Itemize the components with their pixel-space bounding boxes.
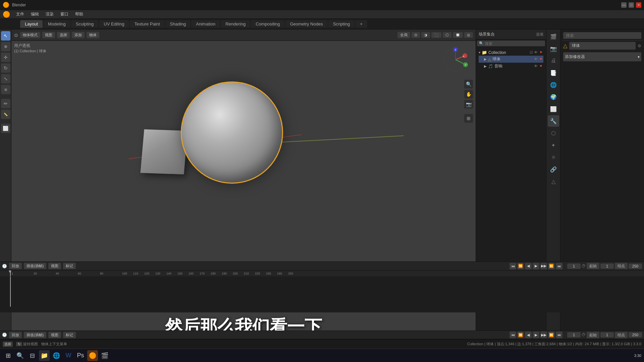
tl2-step-back[interactable]: ◀ (525, 331, 532, 338)
blender-taskbar-button[interactable]: 🟠 (87, 350, 98, 361)
status-context[interactable]: 物体上下文菜单 (41, 342, 67, 347)
viewport-shading-button[interactable]: ◑ (421, 32, 430, 38)
prop-data-icon[interactable]: △ (548, 176, 559, 187)
tab-rendering[interactable]: Rendering (221, 20, 250, 28)
next-keyframe-button[interactable]: ⏩ (548, 263, 555, 269)
tl-view-button[interactable]: 视图 (48, 263, 61, 269)
playback-button[interactable]: 回放 (9, 263, 22, 269)
tl2-play[interactable]: ▶ (533, 331, 539, 338)
tab-scripting[interactable]: Scripting (328, 20, 355, 28)
add-cube-tool[interactable]: ⬜ (1, 124, 10, 133)
measure-tool[interactable]: 📏 (1, 110, 10, 119)
sphere-eye[interactable]: 👁 (534, 57, 538, 61)
prop-render-icon[interactable]: 📷 (548, 43, 559, 54)
cursor-tool[interactable]: ⊕ (1, 42, 10, 51)
search-button[interactable]: 🔍 (15, 350, 25, 361)
transform-tool[interactable]: ⊞ (1, 85, 10, 94)
render-render-button[interactable]: 🔲 (453, 32, 463, 38)
timeline-content[interactable] (0, 277, 644, 307)
collection-restrict-icon[interactable]: 🔻 (539, 50, 543, 55)
prop-view-layer-icon[interactable]: 📑 (548, 67, 559, 78)
prop-scene-data-icon[interactable]: 🌐 (548, 79, 559, 90)
play-button[interactable]: ▶ (533, 263, 539, 269)
tab-uv-editing[interactable]: UV Editing (99, 20, 129, 28)
viewport-overlay-button[interactable]: ⊙ (412, 32, 420, 38)
menu-window[interactable]: 窗口 (58, 11, 71, 18)
task-view-button[interactable]: ⊟ (27, 350, 38, 361)
prop-particles-icon[interactable]: ✦ (548, 139, 559, 151)
prop-material-icon[interactable]: ⬡ (548, 127, 559, 139)
status-rotate-view[interactable]: ↻ 旋转视图 (16, 342, 38, 347)
jump-end-button[interactable]: ⏭ (556, 263, 562, 269)
tl2-current-frame[interactable]: 1 (567, 332, 581, 338)
jump-start-button[interactable]: ⏮ (509, 263, 516, 269)
tl2-end-input[interactable]: 250 (629, 332, 642, 338)
select-menu-button[interactable]: 选择 (57, 32, 70, 38)
prop-world-icon[interactable]: 🌍 (548, 91, 559, 103)
object-name-label[interactable]: 球体 (569, 42, 636, 50)
menu-render[interactable]: 渲染 (43, 11, 56, 18)
prop-physics-icon[interactable]: ⚛ (548, 152, 559, 163)
object-mode-button[interactable]: 物体模式 (20, 32, 40, 38)
start-frame-input[interactable]: 1 (600, 263, 614, 269)
tl2-marker-button[interactable]: 标记 (63, 332, 76, 338)
tab-shading[interactable]: Shading (165, 20, 191, 28)
global-button[interactable]: 全局 (397, 32, 410, 38)
grid-view-button[interactable]: ⊞ (464, 114, 473, 123)
annotate-tool[interactable]: ✏ (1, 99, 10, 108)
tl2-jump-end[interactable]: ⏭ (556, 331, 562, 338)
tl2-next-key[interactable]: ⏩ (548, 331, 555, 338)
xray-button[interactable]: ◎ (464, 32, 473, 38)
collection-expand-arrow[interactable]: ▾ (479, 51, 480, 54)
tab-add[interactable]: + (355, 20, 367, 28)
camera-button[interactable]: 📷 (464, 100, 473, 109)
end-frame-input[interactable]: 250 (629, 263, 642, 269)
sphere-row[interactable]: ▶ △ 球体 👁 🔻 (479, 56, 543, 63)
add-modifier-button[interactable]: 添加修改器 ▾ (563, 52, 641, 61)
tl2-playback-button[interactable]: 回放 (9, 332, 22, 338)
collection-eye-icon[interactable]: 👁 (534, 50, 538, 55)
step-back-button[interactable]: ◀ (525, 263, 532, 269)
prop-object-icon[interactable]: ⬜ (548, 103, 559, 115)
tab-sculpting[interactable]: Sculpting (71, 20, 98, 28)
camera-eye[interactable]: 👁 (534, 64, 538, 68)
photoshop-button[interactable]: Ps (75, 350, 86, 361)
tl2-view-button[interactable]: 视图 (48, 332, 61, 338)
prop-constraints-icon[interactable]: 🔗 (548, 164, 559, 175)
start-button[interactable]: ⊞ (3, 350, 13, 361)
prop-scene-icon[interactable]: 🎬 (548, 31, 559, 42)
tl2-step-fwd[interactable]: ▶▶ (540, 331, 547, 338)
camera-restrict[interactable]: 🔻 (539, 64, 543, 68)
interpolation-button[interactable]: 插值(插帧) (24, 263, 46, 269)
render-material-button[interactable]: ⬡ (443, 32, 451, 38)
collection-root-row[interactable]: ▾ 📁 Collection ☑ 👁 🔻 (479, 49, 543, 56)
sphere-expand[interactable]: ▶ (484, 57, 487, 61)
maximize-button[interactable]: □ (629, 2, 634, 8)
status-select[interactable]: 选择 (3, 342, 13, 347)
view-menu-button[interactable]: 视图 (42, 32, 55, 38)
prev-keyframe-button[interactable]: ⏪ (517, 263, 524, 269)
prop-output-icon[interactable]: 🖨 (548, 55, 559, 66)
nav-gizmo[interactable]: X Y Z (442, 46, 469, 73)
object-options-icon[interactable]: ⚙ (638, 44, 641, 48)
step-forward-button[interactable]: ▶▶ (540, 263, 547, 269)
tab-animation[interactable]: Animation (191, 20, 220, 28)
tab-texture-paint[interactable]: Texture Paint (130, 20, 165, 28)
render-solid-button[interactable]: ⬛ (431, 32, 441, 38)
tl2-jump-start[interactable]: ⏮ (509, 331, 516, 338)
rotate-tool[interactable]: ↻ (1, 63, 10, 73)
close-button[interactable]: ✕ (636, 2, 641, 8)
options-button[interactable]: 选项 (536, 32, 543, 37)
tab-geometry-nodes[interactable]: Geometry Nodes (285, 20, 327, 28)
props-search-input[interactable] (563, 32, 641, 39)
camera-row[interactable]: ▶ 🎵 音响 👁 🔻 (479, 63, 543, 70)
scale-tool[interactable]: ⤡ (1, 74, 10, 83)
pan-button[interactable]: ✋ (464, 90, 473, 99)
camera-expand[interactable]: ▶ (484, 64, 487, 68)
current-frame-input[interactable]: 1 (567, 263, 581, 269)
tl-marker-button[interactable]: 标记 (63, 263, 76, 269)
prop-modifier-icon[interactable]: 🔧 (548, 115, 559, 127)
tl2-prev-key[interactable]: ⏪ (517, 331, 524, 338)
object-menu-button[interactable]: 物体 (87, 32, 99, 38)
menu-file[interactable]: 文件 (13, 11, 27, 18)
